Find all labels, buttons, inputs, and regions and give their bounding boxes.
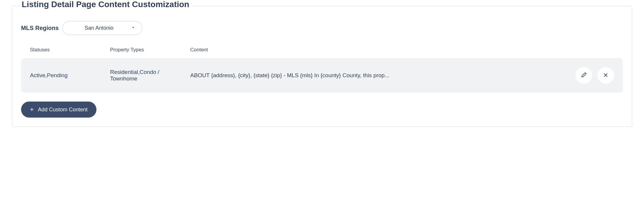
add-button-label: Add Custom Content xyxy=(38,107,88,113)
header-content: Content xyxy=(190,47,572,53)
content-customization-fieldset: Listing Detail Page Content Customizatio… xyxy=(12,6,632,127)
table-header-row: Statuses Property Types Content xyxy=(21,47,623,58)
mls-region-row: MLS Regions San Antonio xyxy=(21,21,623,35)
close-icon xyxy=(602,72,609,79)
plus-icon: + xyxy=(30,106,34,113)
mls-regions-label: MLS Regions xyxy=(21,25,59,31)
cell-property-types: Residential,Condo / Townhome xyxy=(110,69,190,82)
header-property-types: Property Types xyxy=(110,47,190,53)
header-statuses: Statuses xyxy=(30,47,110,53)
cell-statuses: Active,Pending xyxy=(30,72,110,79)
pencil-icon xyxy=(580,72,587,79)
caret-down-icon xyxy=(131,25,136,31)
table-row: Active,Pending Residential,Condo / Townh… xyxy=(21,58,623,93)
edit-button[interactable] xyxy=(575,67,592,84)
mls-region-selected-value: San Antonio xyxy=(85,25,113,31)
mls-region-select[interactable]: San Antonio xyxy=(62,21,142,35)
delete-button[interactable] xyxy=(597,67,614,84)
row-actions xyxy=(572,67,614,84)
add-custom-content-button[interactable]: + Add Custom Content xyxy=(21,102,96,118)
cell-content: ABOUT {address}, {city}, {state} {zip} -… xyxy=(190,72,572,79)
fieldset-title: Listing Detail Page Content Customizatio… xyxy=(22,0,193,9)
